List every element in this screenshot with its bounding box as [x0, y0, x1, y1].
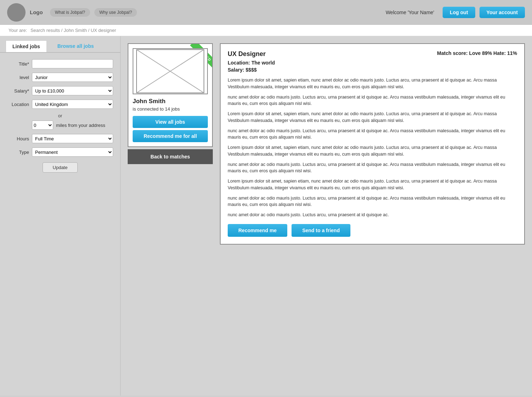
- update-button[interactable]: Update: [43, 162, 78, 173]
- salary-label: Salary*: [7, 88, 29, 94]
- miles-row: 0 5 10 25 50 miles from your address: [7, 121, 113, 130]
- sidebar: Linked jobs Browse all jobs Title* level…: [0, 36, 121, 396]
- location-row: Location United Kingdom United States Ca…: [7, 100, 113, 109]
- tab-browse-all-jobs[interactable]: Browse all jobs: [51, 40, 100, 52]
- your-account-button[interactable]: Your account: [480, 7, 525, 18]
- job-paragraph: Lorem ipsum dolor sit amet, sapien etiam…: [228, 178, 517, 191]
- level-label: level: [7, 75, 29, 80]
- salary-select[interactable]: Up to £10,000 Up to £20,000 Up to £30,00…: [32, 86, 113, 95]
- hours-label: Hours: [7, 136, 29, 141]
- level-select[interactable]: Junior Mid Senior: [32, 73, 113, 82]
- miles-label: miles from your address: [56, 123, 105, 128]
- profile-image-svg: [133, 49, 207, 94]
- title-input[interactable]: [32, 59, 113, 68]
- type-label: Type: [7, 150, 29, 155]
- type-row: Type Permanent Contract Temporary: [7, 147, 113, 157]
- title-label: Title*: [7, 61, 29, 67]
- back-to-matches-button[interactable]: Back to matches: [128, 149, 213, 164]
- job-paragraph: Lorem ipsum dolor sit amet, sapien etiam…: [228, 144, 517, 158]
- what-is-jobpal-button[interactable]: What is Jobpal?: [50, 8, 90, 17]
- why-use-jobpal-button[interactable]: Why use Jobpal?: [94, 8, 137, 17]
- profile-image: [133, 48, 208, 94]
- job-location: Location: The world: [228, 60, 517, 66]
- profile-connected: is connected to 14 jobs: [133, 106, 208, 112]
- job-paragraph: nunc amet dolor ac odio mauris justo. Lu…: [228, 195, 517, 208]
- job-detail: UX Designer Match score: Love 89% Hate: …: [220, 43, 525, 245]
- job-paragraph: Lorem ipsum dolor sit amet, sapien etiam…: [228, 77, 517, 90]
- match-score: Match score: Love 89% Hate: 11%: [437, 50, 517, 56]
- hours-select[interactable]: Full Time Part Time Contract: [32, 134, 113, 143]
- logout-button[interactable]: Log out: [443, 7, 475, 18]
- content-area: LINKED John Smith is connected to 14 job…: [121, 36, 532, 396]
- location-select[interactable]: United Kingdom United States Canada: [32, 100, 113, 109]
- breadcrumb-prefix: Your are:: [9, 28, 27, 33]
- location-label: Location: [7, 102, 29, 107]
- profile-name: John Smith: [133, 98, 208, 105]
- miles-select[interactable]: 0 5 10 25 50: [32, 121, 53, 130]
- logo-text: Logo: [30, 9, 43, 15]
- welcome-text: Welcome 'Your Name': [386, 10, 434, 15]
- job-paragraph: nunc amet dolor ac odio mauris justo. Lu…: [228, 212, 517, 218]
- tab-linked-jobs[interactable]: Linked jobs: [6, 40, 47, 52]
- sidebar-form: Title* level Junior Mid Senior Salary* U…: [0, 53, 120, 179]
- recommend-me-button[interactable]: Recommend me: [228, 224, 287, 237]
- type-select[interactable]: Permanent Contract Temporary: [32, 147, 113, 157]
- send-to-friend-button[interactable]: Send to a friend: [292, 224, 350, 237]
- salary-row: Salary* Up to £10,000 Up to £20,000 Up t…: [7, 86, 113, 95]
- level-row: level Junior Mid Senior: [7, 73, 113, 82]
- job-header-row: UX Designer Match score: Love 89% Hate: …: [228, 50, 517, 58]
- logo-icon: [7, 3, 26, 22]
- main-layout: Linked jobs Browse all jobs Title* level…: [0, 36, 532, 396]
- title-row: Title*: [7, 59, 113, 68]
- job-paragraph: nunc amet dolor ac odio mauris justo. Lu…: [228, 94, 517, 107]
- recommend-me-for-all-button[interactable]: Recommend me for all: [133, 130, 208, 142]
- job-salary: Salary: $$$$: [228, 67, 517, 73]
- job-actions: Recommend me Send to a friend: [228, 224, 517, 237]
- breadcrumb: Your are: Search results / John Smith / …: [0, 25, 532, 36]
- job-paragraph: nunc amet dolor ac odio mauris justo. Lu…: [228, 161, 517, 175]
- job-description: Lorem ipsum dolor sit amet, sapien etiam…: [228, 77, 517, 218]
- hours-row: Hours Full Time Part Time Contract: [7, 134, 113, 143]
- job-title: UX Designer: [228, 50, 266, 58]
- job-paragraph: nunc amet dolor ac odio mauris justo. Lu…: [228, 128, 517, 141]
- job-paragraph: Lorem ipsum dolor sit amet, sapien etiam…: [228, 111, 517, 124]
- profile-box: LINKED John Smith is connected to 14 job…: [128, 43, 213, 147]
- or-divider: or: [7, 113, 113, 118]
- profile-card: LINKED John Smith is connected to 14 job…: [128, 43, 213, 164]
- breadcrumb-path: Search results / John Smith / UX designe…: [31, 28, 116, 33]
- sidebar-tabs: Linked jobs Browse all jobs: [0, 36, 120, 53]
- view-all-jobs-button[interactable]: View all jobs: [133, 116, 208, 128]
- header: Logo What is Jobpal? Why use Jobpal? Wel…: [0, 0, 532, 25]
